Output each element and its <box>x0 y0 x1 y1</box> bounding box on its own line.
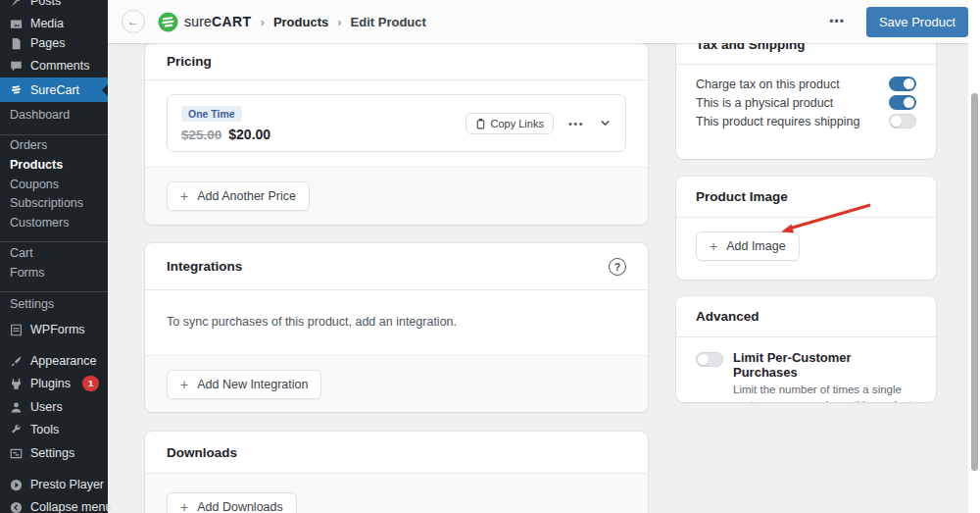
sidebar-subitem-orders[interactable]: Orders <box>0 135 108 155</box>
sidebar-subitem-cart[interactable]: Cart <box>0 243 108 263</box>
wpforms-icon <box>9 323 24 337</box>
charge-tax-row: Charge tax on this product <box>696 77 916 91</box>
toggle-knob <box>891 116 902 127</box>
add-downloads-button[interactable]: + Add Downloads <box>167 492 297 513</box>
surecart-stripes-icon <box>9 82 24 97</box>
copy-links-button[interactable]: Copy Links <box>466 113 554 134</box>
downloads-card: Downloads + Add Downloads <box>145 432 648 513</box>
plugins-update-badge: 1 <box>82 376 99 391</box>
pricing-card: Pricing One Time $25.00 $20.00 Copy Link… <box>145 43 648 225</box>
pricing-title: Pricing <box>167 54 212 69</box>
sidebar-item-label: Presto Player <box>30 478 104 491</box>
sidebar-subitem-forms[interactable]: Forms <box>0 263 108 282</box>
downloads-title: Downloads <box>167 445 237 460</box>
physical-product-label: This is a physical product <box>696 96 833 110</box>
plus-icon: + <box>710 239 717 253</box>
user-icon <box>9 400 24 415</box>
copy-links-label: Copy Links <box>491 118 544 129</box>
integrations-description: To sync purchases of this product, add a… <box>167 315 457 329</box>
surecart-logo-icon <box>158 12 178 32</box>
limit-purchases-toggle[interactable] <box>696 352 723 367</box>
surecart-logo-text: surecart <box>184 14 252 29</box>
save-product-button[interactable]: Save Product <box>866 7 968 37</box>
plus-icon: + <box>180 189 188 203</box>
sidebar-item-plugins[interactable]: Plugins 1 <box>0 372 108 395</box>
page-icon <box>9 36 24 51</box>
sidebar-item-surecart[interactable]: SureCart <box>0 77 108 102</box>
scrollbar-thumb[interactable] <box>971 93 978 471</box>
requires-shipping-row: This product requires shipping <box>696 114 916 128</box>
sidebar-item-label: Plugins <box>30 377 71 390</box>
sidebar-separator <box>0 291 108 292</box>
sidebar-item-settings[interactable]: Settings <box>0 441 108 465</box>
sidebar-item-users[interactable]: Users <box>0 395 108 419</box>
plus-icon: + <box>180 378 188 391</box>
sidebar-item-label: Settings <box>30 446 74 460</box>
breadcrumb-separator-icon: › <box>261 15 265 29</box>
add-new-integration-button[interactable]: + Add New Integration <box>167 370 321 399</box>
charge-tax-toggle[interactable] <box>889 77 916 91</box>
add-downloads-label: Add Downloads <box>197 500 283 513</box>
add-image-button[interactable]: + Add Image <box>696 231 800 261</box>
wrench-icon <box>9 423 24 437</box>
add-new-integration-label: Add New Integration <box>197 378 308 391</box>
sidebar-item-collapse-menu[interactable]: Collapse menu <box>0 495 108 513</box>
sidebar-subitem-products[interactable]: Products <box>0 155 108 175</box>
sidebar-subitem-settings[interactable]: Settings <box>0 294 108 314</box>
sidebar-item-comments[interactable]: Comments <box>0 54 108 77</box>
pushpin-icon <box>9 0 24 9</box>
requires-shipping-toggle[interactable] <box>889 114 916 128</box>
limit-purchases-text: Limit Per-Customer Purchases Limit the n… <box>733 350 916 402</box>
sidebar-item-pages[interactable]: Pages <box>0 31 108 55</box>
sidebar-item-label: Comments <box>30 59 89 73</box>
settings-panel-icon <box>9 446 24 461</box>
add-another-price-button[interactable]: + Add Another Price <box>167 181 310 211</box>
chevron-down-icon[interactable] <box>599 117 612 129</box>
paintbrush-icon <box>9 354 24 369</box>
physical-product-toggle[interactable] <box>889 95 916 110</box>
active-menu-notch <box>102 84 108 96</box>
price-info: One Time $25.00 $20.00 <box>181 104 270 142</box>
product-image-title: Product Image <box>696 189 788 204</box>
sidebar-subitem-coupons[interactable]: Coupons <box>0 175 108 194</box>
back-button[interactable]: ← <box>122 10 145 33</box>
sidebar-item-label: Media <box>30 17 64 30</box>
tax-shipping-card: Tax and Shipping Charge tax on this prod… <box>676 26 936 159</box>
integrations-title: Integrations <box>167 259 242 274</box>
sidebar-item-wpforms[interactable]: WPForms <box>0 318 108 341</box>
toggle-knob <box>698 354 709 365</box>
sidebar-item-label: Pages <box>30 36 65 50</box>
price-row: One Time $25.00 $20.00 Copy Links ••• <box>167 94 626 152</box>
toggle-knob <box>904 78 914 89</box>
requires-shipping-label: This product requires shipping <box>696 115 859 128</box>
surecart-logo: surecart <box>158 12 252 32</box>
sidebar-subitem-subscriptions[interactable]: Subscriptions <box>0 193 108 213</box>
limit-purchases-description: Limit the number of times a single custo… <box>733 383 916 402</box>
sidebar-item-label: SureCart <box>30 83 79 97</box>
scrollbar-track <box>968 0 980 513</box>
breadcrumb-edit-product: Edit Product <box>351 15 426 29</box>
back-arrow-icon: ← <box>127 15 139 28</box>
sidebar-item-tools[interactable]: Tools <box>0 418 108 441</box>
sidebar-subitem-dashboard[interactable]: Dashboard <box>0 105 108 125</box>
presto-player-icon <box>9 478 24 492</box>
speech-bubble-icon <box>9 59 24 74</box>
breadcrumb-products[interactable]: Products <box>273 15 328 29</box>
sidebar-item-appearance[interactable]: Appearance <box>0 349 108 373</box>
help-icon[interactable]: ? <box>609 258 626 276</box>
limit-purchases-label: Limit Per-Customer Purchases <box>733 350 916 380</box>
price-more-options-icon[interactable]: ••• <box>568 118 584 129</box>
plug-icon <box>9 377 24 391</box>
sidebar-item-label: Tools <box>30 423 59 436</box>
price-type-badge: One Time <box>181 106 242 122</box>
sidebar-subitem-customers[interactable]: Customers <box>0 213 108 232</box>
breadcrumb-separator-icon: › <box>337 15 341 29</box>
integrations-card: Integrations ? To sync purchases of this… <box>145 243 648 412</box>
sidebar-separator <box>0 241 108 242</box>
more-options-icon[interactable]: ••• <box>823 11 851 32</box>
sidebar-item-presto-player[interactable]: Presto Player <box>0 473 108 496</box>
physical-product-row: This is a physical product <box>696 95 916 110</box>
price-current: $20.00 <box>228 127 270 142</box>
clipboard-icon <box>475 118 486 129</box>
collapse-arrow-icon <box>9 500 24 513</box>
